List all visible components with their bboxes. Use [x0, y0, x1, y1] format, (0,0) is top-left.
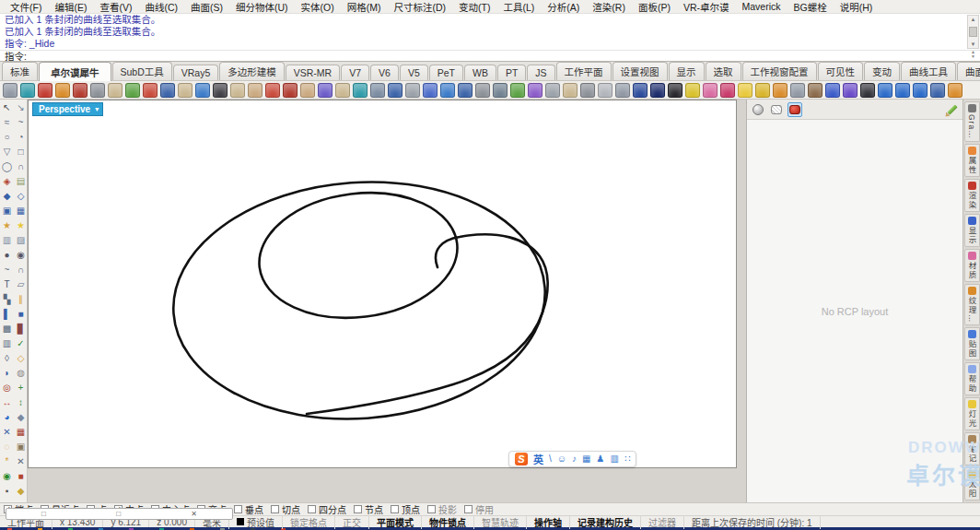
toolbar-tab[interactable]: 设置视图 [612, 62, 668, 80]
checkbox-icon[interactable] [391, 505, 399, 513]
toolbar-icon[interactable] [930, 83, 945, 98]
menu-item[interactable]: VR-卓尔谟 [677, 0, 736, 14]
sidebar-tool-icon[interactable]: ▱ [18, 278, 25, 291]
sidebar-tool-icon[interactable]: ▨ [17, 234, 25, 247]
checkbox-icon[interactable] [234, 505, 242, 513]
toolbar-icon[interactable] [913, 83, 928, 98]
status-cell[interactable]: 距离上次保存的时间 (分钟): 1 [684, 515, 821, 529]
toolbar-icon[interactable] [55, 83, 70, 98]
sidebar-tool-icon[interactable]: ↖ [3, 101, 10, 114]
toolbar-icon[interactable] [20, 83, 35, 98]
toolbar-icon[interactable] [563, 83, 578, 98]
window-button-icon[interactable]: □ [116, 510, 121, 518]
toolbar-icon[interactable] [440, 83, 455, 98]
scroll-down-icon[interactable]: ▼ [971, 41, 976, 48]
menu-item[interactable]: 变动(T) [452, 0, 496, 14]
render-sphere-icon[interactable] [751, 102, 765, 117]
toolbar-tab[interactable]: 选取 [706, 62, 741, 80]
command-scrollbar[interactable]: ▲ ▼ [967, 15, 979, 49]
toolbar-icon[interactable] [668, 83, 682, 98]
menu-item[interactable]: 渲染(R) [586, 0, 632, 14]
sidebar-tool-icon[interactable]: ▥ [3, 337, 11, 350]
menu-item[interactable]: 细分物体(U) [229, 0, 295, 14]
sidebar-tool-icon[interactable]: ▽ [4, 146, 11, 159]
menu-item[interactable]: 工具(L) [497, 0, 542, 14]
checkbox-icon[interactable] [308, 505, 316, 513]
scroll-thumb[interactable] [969, 27, 977, 37]
sidebar-tool-icon[interactable]: + [18, 382, 24, 395]
menu-item[interactable]: 尺寸标注(D) [388, 0, 453, 14]
close-icon[interactable]: ✕ [191, 510, 197, 518]
sidebar-tool-icon[interactable]: ■ [18, 308, 23, 321]
sidebar-tool-icon[interactable]: ↘ [17, 101, 24, 114]
menu-item[interactable]: 曲面(S) [184, 0, 229, 14]
toolbar-icon[interactable] [38, 83, 52, 98]
menu-item[interactable]: BG螺栓 [788, 0, 834, 14]
toolbar-icon[interactable] [738, 83, 752, 98]
toolbar-icon[interactable] [860, 83, 875, 98]
sidebar-tool-icon[interactable]: ◎ [3, 382, 11, 395]
sidebar-tool-icon[interactable]: ◆ [4, 190, 11, 203]
toolbar-tab[interactable]: 标准 [2, 62, 38, 80]
sidebar-tool-icon[interactable]: ◊ [5, 352, 9, 365]
sidebar-tool-icon[interactable]: ↔ [3, 396, 12, 409]
viewport-canvas[interactable]: Perspective ▾ S 英 \☺♪▦♟▥∷ [28, 100, 737, 468]
sidebar-tool-icon[interactable]: ▣ [3, 205, 11, 218]
status-cell[interactable]: 操作轴 [527, 515, 570, 529]
sidebar-tool-icon[interactable]: ∩ [18, 160, 24, 173]
toolbar-tab[interactable]: WB [464, 65, 496, 80]
material-red-icon[interactable] [788, 102, 802, 117]
window-button-icon[interactable]: □ [41, 510, 46, 518]
toolbar-tab[interactable]: JS [527, 65, 554, 80]
command-area[interactable]: 已加入 1 条封闭的曲线至选取集合。 已加入 1 条封闭的曲线至选取集合。 指令… [0, 14, 980, 62]
ime-tool-icon[interactable]: \ [549, 453, 552, 465]
toolbar-icon[interactable] [108, 83, 122, 98]
toolbar-icon[interactable] [475, 83, 490, 98]
toolbar-icon[interactable] [318, 83, 332, 98]
toolbar-icon[interactable] [90, 83, 105, 98]
sidebar-tool-icon[interactable]: ◔ [18, 131, 23, 144]
sidebar-tool-icon[interactable]: ◕ [4, 411, 9, 424]
toolbar-icon[interactable] [895, 83, 910, 98]
sidebar-tool-icon[interactable]: ▦ [17, 205, 25, 218]
ime-tool-icon[interactable]: ▥ [610, 453, 618, 465]
sidebar-tool-icon[interactable]: ~ [18, 116, 24, 129]
torus-silhouette-drawing[interactable] [29, 100, 736, 467]
toolbar-icon[interactable] [598, 83, 612, 98]
toolbar-icon[interactable] [825, 83, 840, 98]
toolbar-icon[interactable] [808, 83, 822, 98]
sidebar-tool-icon[interactable]: ~ [5, 264, 10, 277]
toolbar-icon[interactable] [790, 83, 805, 98]
sidebar-tool-icon[interactable]: ◈ [4, 175, 11, 188]
toolbar-tab[interactable]: PT [497, 65, 526, 80]
menu-item[interactable]: 曲线(C) [138, 0, 184, 14]
toolbar-icon[interactable] [633, 83, 648, 98]
toolbar-tab[interactable]: 显示 [669, 62, 705, 80]
menu-item[interactable]: 实体(O) [295, 0, 341, 14]
toolbar-icon[interactable] [493, 83, 508, 98]
sidebar-tool-icon[interactable]: ▩ [3, 323, 11, 336]
toolbar-tab[interactable]: V5 [400, 65, 428, 80]
toolbar-tab[interactable]: VRay5 [173, 65, 219, 80]
toolbar-icon[interactable] [878, 83, 892, 98]
toolbar-icon[interactable] [843, 83, 858, 98]
toolbar-tab[interactable]: 工作平面 [556, 62, 612, 80]
toolbar-tab[interactable]: 可见性 [818, 62, 864, 80]
sidebar-tool-icon[interactable]: ◆ [18, 411, 25, 424]
ime-toolbar[interactable]: S 英 \☺♪▦♟▥∷ [508, 451, 636, 467]
panel-tab[interactable]: 贴图 [964, 327, 980, 360]
sidebar-tool-icon[interactable]: ◗ [4, 367, 9, 380]
sidebar-tool-icon[interactable]: ▤ [17, 175, 25, 188]
sidebar-tool-icon[interactable]: * [6, 455, 9, 468]
toolbar-icon[interactable] [388, 83, 402, 98]
toolbar-icon[interactable] [755, 83, 770, 98]
panel-tab[interactable]: 渲染 [964, 179, 980, 212]
sidebar-tool-icon[interactable]: ★ [3, 219, 11, 232]
status-cell[interactable]: 记录建构历史 [570, 515, 641, 529]
scroll-up-icon[interactable]: ▲ [971, 16, 976, 23]
checkbox-icon[interactable] [464, 505, 472, 513]
panel-tab[interactable]: 纹理… [964, 284, 980, 326]
menu-item[interactable]: 文件(F) [4, 0, 48, 14]
sidebar-tool-icon[interactable]: ○ [4, 131, 9, 144]
toolbar-icon[interactable] [720, 83, 735, 98]
